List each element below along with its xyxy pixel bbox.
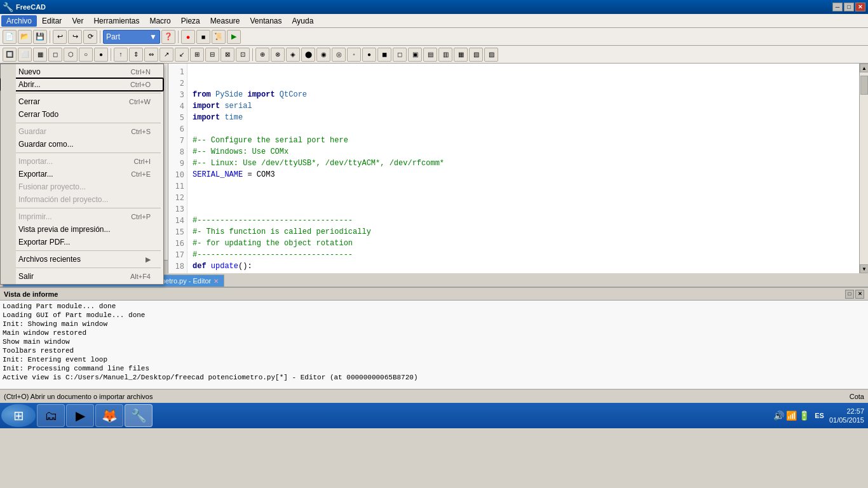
3d-view-6[interactable]: ○	[79, 48, 93, 62]
script-button[interactable]: 📜	[212, 30, 226, 44]
3d-ve[interactable]: ◉	[316, 48, 330, 62]
3d-vj[interactable]: ◻	[393, 48, 407, 62]
menu-sep-2	[3, 123, 161, 123]
save-button[interactable]: 💾	[33, 30, 47, 44]
refresh-button[interactable]: ⟳	[83, 30, 97, 44]
report-maximize-button[interactable]: □	[845, 290, 854, 299]
menu-icon-strip	[1, 64, 16, 284]
report-line-8: Init: Processing command line files	[3, 364, 865, 373]
3d-v3[interactable]: ⇔	[144, 48, 158, 62]
network-icon[interactable]: 📶	[786, 410, 797, 421]
3d-view-2[interactable]: ⬜	[18, 48, 32, 62]
menu-pieza[interactable]: Pieza	[176, 15, 205, 27]
menu-ver[interactable]: Ver	[67, 15, 88, 27]
code-content[interactable]: from PySide import QtCore import serial …	[187, 64, 859, 273]
part-dropdown[interactable]: Part ▼	[103, 30, 160, 44]
taskbar-app-media[interactable]: ▶	[66, 404, 94, 427]
3d-vb[interactable]: ⊗	[271, 48, 285, 62]
menu-herramientas[interactable]: Herramientas	[88, 15, 144, 27]
menu-exportar[interactable]: Exportar... Ctrl+E	[1, 168, 163, 180]
scroll-track[interactable]	[860, 72, 868, 264]
code-editor[interactable]: 1 2 3 4 5 6 7 8 9 10 11 12 13 14 15 16 1…	[168, 64, 868, 273]
3d-vg[interactable]: ◦	[347, 48, 361, 62]
menu-imprimir-label: Imprimir...	[18, 212, 52, 221]
status-right: Cota	[850, 393, 864, 400]
3d-v1[interactable]: ↑	[114, 48, 128, 62]
code-line-3: from PySide import QtCore	[193, 90, 307, 99]
3d-vc[interactable]: ◈	[286, 48, 300, 62]
volume-icon[interactable]: 🔊	[773, 410, 784, 421]
menu-exportar-pdf[interactable]: Exportar PDF...	[1, 236, 163, 248]
taskbar-app-explorer[interactable]: 🗂	[37, 404, 65, 427]
menu-guardar-como[interactable]: Guardar como...	[1, 138, 163, 151]
menu-nuevo[interactable]: Nuevo Ctrl+N	[1, 65, 163, 78]
3d-vh[interactable]: ●	[362, 48, 376, 62]
3d-vo[interactable]: ▧	[469, 48, 483, 62]
vertical-scrollbar[interactable]: ▲ ▼	[859, 64, 868, 273]
taskbar-app-firefox[interactable]: 🦊	[95, 404, 123, 427]
report-close-button[interactable]: ✕	[855, 290, 864, 299]
3d-vf[interactable]: ◎	[332, 48, 346, 62]
menu-ayuda[interactable]: Ayuda	[287, 15, 319, 27]
3d-vl[interactable]: ▤	[423, 48, 437, 62]
menu-nuevo-shortcut: Ctrl+N	[131, 68, 151, 76]
code-line-15: #- This function is called periodically	[193, 227, 371, 236]
help-button[interactable]: ❓	[161, 30, 175, 44]
open-button[interactable]: 📂	[18, 30, 32, 44]
scroll-thumb[interactable]	[860, 76, 868, 95]
3d-v7[interactable]: ⊟	[205, 48, 219, 62]
undo-button[interactable]: ↩	[53, 30, 67, 44]
3d-vn[interactable]: ▦	[454, 48, 468, 62]
menu-info-proyecto-label: Información del proyecto...	[18, 195, 108, 204]
3d-v9[interactable]: ⊡	[236, 48, 250, 62]
redo-button[interactable]: ↪	[68, 30, 82, 44]
maximize-button[interactable]: □	[844, 3, 854, 11]
battery-icon[interactable]: 🔋	[799, 410, 810, 421]
menu-macro[interactable]: Macro	[144, 15, 175, 27]
start-button[interactable]: ⊞	[1, 404, 36, 427]
3d-va[interactable]: ⊕	[255, 48, 269, 62]
minimize-button[interactable]: ─	[832, 3, 843, 11]
play-button[interactable]: ▶	[227, 30, 241, 44]
3d-view-4[interactable]: ◻	[48, 48, 62, 62]
3d-v8[interactable]: ⊠	[220, 48, 234, 62]
language-indicator[interactable]: ES	[812, 412, 827, 419]
menu-salir[interactable]: Salir Alt+F4	[1, 270, 163, 283]
menu-ventanas[interactable]: Ventanas	[245, 15, 287, 27]
menu-editar[interactable]: Editar	[37, 15, 67, 27]
3d-v5[interactable]: ↙	[175, 48, 189, 62]
3d-vp[interactable]: ▨	[484, 48, 498, 62]
3d-view-1[interactable]: 🔲	[3, 48, 17, 62]
scroll-down-button[interactable]: ▼	[860, 264, 868, 273]
menu-imprimir: Imprimir... Ctrl+P	[1, 210, 163, 223]
scroll-up-button[interactable]: ▲	[860, 64, 868, 72]
title-bar: 🔧 FreeCAD ─ □ ✕	[0, 0, 868, 14]
title-bar-controls[interactable]: ─ □ ✕	[832, 3, 865, 11]
3d-v6[interactable]: ⊞	[190, 48, 204, 62]
menu-abrir[interactable]: Abrir... Ctrl+O	[1, 78, 163, 91]
3d-vd[interactable]: ⬤	[301, 48, 315, 62]
record-button[interactable]: ●	[181, 30, 195, 44]
3d-view-3[interactable]: ▦	[33, 48, 47, 62]
3d-vi[interactable]: ◼	[377, 48, 391, 62]
new-button[interactable]: 📄	[3, 30, 17, 44]
menu-measure[interactable]: Measure	[205, 15, 245, 27]
menu-archivos-recientes[interactable]: Archivos recientes ▶	[1, 253, 163, 266]
report-content: Loading Part module... done Loading GUI …	[0, 301, 868, 389]
menu-archivo[interactable]: Archivo	[1, 15, 37, 27]
3d-vm[interactable]: ▥	[438, 48, 452, 62]
menu-cerrar[interactable]: Cerrar Ctrl+W	[1, 95, 163, 108]
3d-vk[interactable]: ▣	[408, 48, 422, 62]
toolbar2-sep-1	[111, 48, 111, 61]
menu-cerrar-todo[interactable]: Cerrar Todo	[1, 108, 163, 121]
menu-vista-previa[interactable]: Vista previa de impresión...	[1, 223, 163, 236]
taskbar-app-freecad[interactable]: 🔧	[125, 404, 153, 427]
3d-view-5[interactable]: ⬡	[64, 48, 78, 62]
editor-tab-close-icon[interactable]: ✕	[214, 278, 219, 285]
3d-view-7[interactable]: ●	[94, 48, 108, 62]
stop-button[interactable]: ■	[196, 30, 210, 44]
menu-guardar-shortcut: Ctrl+S	[131, 128, 151, 135]
3d-v2[interactable]: ⇕	[129, 48, 143, 62]
close-button[interactable]: ✕	[855, 3, 865, 11]
3d-v4[interactable]: ↗	[159, 48, 173, 62]
